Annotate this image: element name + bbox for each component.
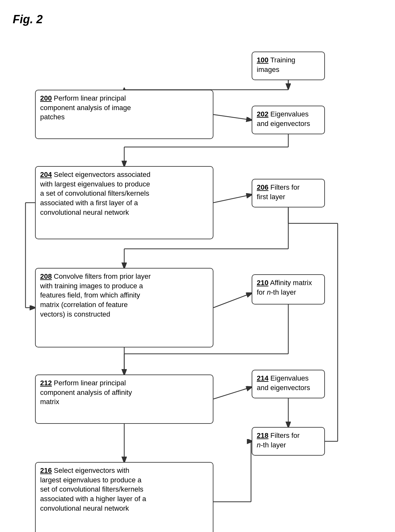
box-212: 212 Perform linear principalcomponent an… (35, 374, 213, 424)
box-100: 100 Trainingimages (252, 52, 325, 80)
box-216: 216 Select eigenvectors withlargest eige… (35, 462, 213, 532)
box-202: 202 Eigenvaluesand eigenvectors (252, 106, 325, 134)
figure-title: Fig. 2 (13, 13, 382, 26)
label-212-id: 212 (40, 379, 52, 387)
label-216-text: Select eigenvectors withlargest eigenval… (40, 466, 146, 512)
box-214: 214 Eigenvaluesand eigenvectors (252, 370, 325, 398)
svg-line-16 (213, 293, 251, 308)
label-218-id: 218 (257, 431, 269, 439)
diagram-area: 100 Trainingimages 200 Perform linear pr… (13, 32, 382, 532)
svg-line-21 (213, 387, 251, 399)
label-214-id: 214 (257, 374, 269, 382)
label-206-id: 206 (257, 183, 269, 191)
label-202-id: 202 (257, 110, 269, 118)
svg-line-5 (213, 115, 251, 120)
svg-line-9 (213, 195, 251, 203)
label-204-text: Select eigenvectors associatedwith large… (40, 171, 150, 216)
box-206: 206 Filters forfirst layer (252, 179, 325, 207)
label-100-id: 100 (257, 56, 269, 64)
label-200-text: Perform linear principalcomponent analys… (40, 94, 131, 121)
page: Fig. 2 (0, 0, 395, 532)
label-216-id: 216 (40, 466, 52, 474)
box-208: 208 Convolve filters from prior layerwit… (35, 268, 213, 347)
label-200-id: 200 (40, 94, 52, 102)
box-218: 218 Filters forn-th layer (252, 427, 325, 456)
label-208-id: 208 (40, 272, 52, 280)
label-210-id: 210 (257, 279, 269, 287)
label-208-text: Convolve filters from prior layerwith tr… (40, 272, 151, 318)
box-210: 210 Affinity matrixfor n-th layer (252, 274, 325, 304)
label-212-text: Perform linear principalcomponent analys… (40, 379, 132, 406)
box-204: 204 Select eigenvectors associatedwith l… (35, 166, 213, 239)
label-204-id: 204 (40, 171, 52, 178)
box-200: 200 Perform linear principalcomponent an… (35, 90, 213, 139)
